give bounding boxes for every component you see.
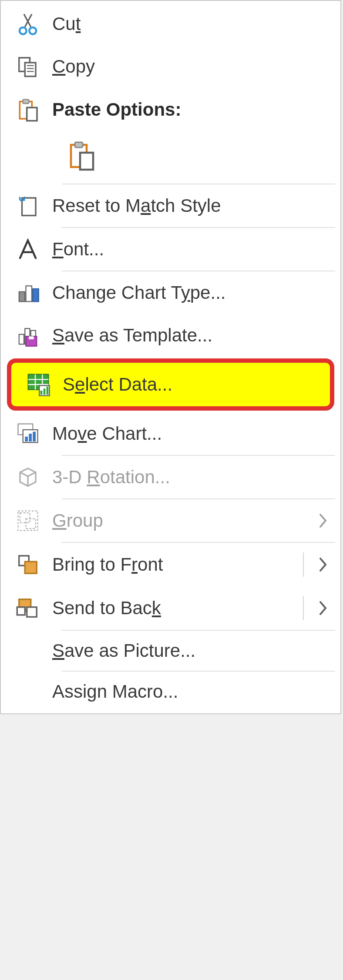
svg-rect-11 <box>27 107 37 120</box>
split-divider <box>303 552 304 577</box>
paste-option-default[interactable] <box>62 136 101 175</box>
group-icon <box>12 509 44 532</box>
chart-type-icon <box>12 281 44 304</box>
cut-icon <box>12 12 44 36</box>
save-template-item[interactable]: Save as Template... <box>1 314 340 357</box>
rotation-3d-label: 3-D Rotation... <box>44 467 327 488</box>
paste-options-row <box>1 131 340 184</box>
move-chart-item[interactable]: Move Chart... <box>1 412 340 455</box>
copy-icon <box>12 55 44 78</box>
font-label: Font... <box>44 239 327 260</box>
save-as-picture-item[interactable]: Save as Picture... <box>1 631 340 671</box>
svg-rect-16 <box>19 292 25 302</box>
svg-rect-30 <box>40 391 43 395</box>
save-template-icon <box>12 324 44 347</box>
svg-rect-42 <box>25 562 37 573</box>
move-chart-label: Move Chart... <box>44 423 327 444</box>
svg-rect-38 <box>20 513 30 523</box>
assign-macro-label: Assign Macro... <box>44 681 327 702</box>
svg-rect-44 <box>27 607 37 617</box>
svg-rect-39 <box>26 519 36 529</box>
cut-item[interactable]: Cut <box>1 3 340 45</box>
send-back-icon <box>12 596 44 620</box>
group-item: Group <box>1 499 340 542</box>
svg-point-2 <box>20 27 27 34</box>
svg-rect-19 <box>19 334 24 345</box>
move-chart-icon <box>12 422 44 445</box>
select-data-icon <box>23 372 54 397</box>
svg-rect-37 <box>33 432 36 442</box>
context-menu: Cut Copy Paste Options: <box>0 0 341 714</box>
paste-options-header: Paste Options: <box>1 88 340 131</box>
copy-item[interactable]: Copy <box>1 45 340 88</box>
save-as-picture-label: Save as Picture... <box>44 640 327 661</box>
save-template-label: Save as Template... <box>44 325 327 346</box>
chevron-right-icon[interactable] <box>315 600 327 616</box>
select-data-item[interactable]: Select Data... <box>7 358 334 411</box>
chevron-right-icon[interactable] <box>315 557 327 572</box>
svg-point-3 <box>29 27 36 34</box>
svg-rect-17 <box>26 286 32 301</box>
font-icon <box>12 237 44 261</box>
svg-rect-13 <box>75 142 83 147</box>
cube-icon <box>12 465 44 489</box>
reset-match-style-item[interactable]: Reset to Match Style <box>1 184 340 227</box>
reset-match-style-label: Reset to Match Style <box>44 195 327 216</box>
bring-to-front-item[interactable]: Bring to Front <box>1 543 340 586</box>
send-to-back-label: Send to Back <box>44 598 303 619</box>
bring-to-front-label: Bring to Front <box>44 554 303 575</box>
select-data-label: Select Data... <box>54 374 317 395</box>
svg-rect-35 <box>25 437 28 442</box>
change-chart-type-label: Change Chart Type... <box>44 282 327 303</box>
svg-rect-18 <box>33 289 39 301</box>
svg-line-0 <box>24 14 31 27</box>
svg-rect-23 <box>29 336 34 339</box>
svg-rect-32 <box>47 387 49 395</box>
group-label: Group <box>44 510 315 531</box>
assign-macro-item[interactable]: Assign Macro... <box>1 672 340 712</box>
chevron-right-icon <box>315 513 327 528</box>
svg-rect-40 <box>18 511 38 531</box>
bring-front-icon <box>12 553 44 576</box>
paste-options-label: Paste Options: <box>44 99 327 120</box>
rotation-3d-item: 3-D Rotation... <box>1 456 340 498</box>
font-item[interactable]: Font... <box>1 228 340 271</box>
svg-rect-31 <box>44 388 46 395</box>
svg-rect-14 <box>80 153 93 170</box>
cut-label: Cut <box>44 13 327 34</box>
split-divider <box>303 596 304 620</box>
send-to-back-item[interactable]: Send to Back <box>1 586 340 630</box>
svg-rect-10 <box>23 100 29 104</box>
svg-rect-5 <box>25 63 36 77</box>
reset-icon <box>12 194 44 217</box>
paste-icon <box>12 97 44 122</box>
svg-line-1 <box>25 14 32 27</box>
svg-rect-45 <box>17 607 25 615</box>
copy-label: Copy <box>44 56 327 77</box>
change-chart-type-item[interactable]: Change Chart Type... <box>1 271 340 314</box>
svg-rect-36 <box>29 434 32 442</box>
